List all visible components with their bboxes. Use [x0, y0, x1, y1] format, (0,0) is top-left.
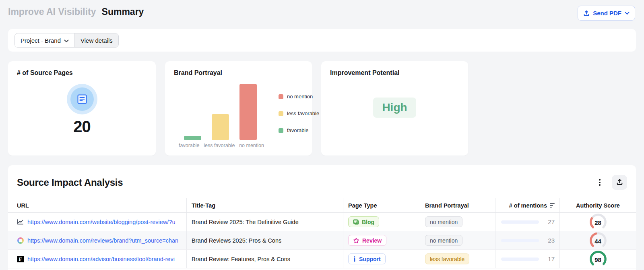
page-type-badge: Review — [348, 235, 386, 246]
legend-label: no mention — [287, 93, 313, 100]
mentions-value: 23 — [548, 237, 555, 244]
table-row: https://www.domain.com/website/blogging/… — [8, 213, 636, 231]
bar-chart-x-labels: favorableless favorableno mention — [179, 143, 264, 148]
bar-no-mention — [239, 84, 257, 140]
improvement-potential-card: Improvement Potential High — [321, 61, 468, 156]
authority-score-value: 28 — [589, 219, 607, 226]
x-tick-label: less favorable — [204, 143, 235, 148]
brand-portrayal-badge: no mention — [425, 235, 462, 246]
authority-score-gauge: 44 — [589, 231, 607, 250]
col-header-authority-score: Authority Score — [559, 198, 636, 212]
authority-score-value: 98 — [589, 256, 607, 263]
page-title: Summary — [102, 6, 144, 17]
legend-label: less favorable — [287, 110, 319, 116]
filter-bar: Project - Brand View details — [8, 29, 636, 52]
authority-score-gauge: 28 — [589, 213, 607, 231]
authority-score-gauge: 98 — [589, 250, 607, 268]
mentions-value: 17 — [548, 255, 555, 262]
page-type-badge: Support — [348, 253, 386, 264]
forbes-f-favicon-icon: F — [17, 255, 24, 262]
mentions-bar — [501, 258, 539, 261]
title-tag-text: Brand Review 2025: The Definitive Guide — [192, 219, 299, 225]
url-link[interactable]: https://www.domain.com/reviews/brand?utm… — [27, 237, 182, 244]
view-details-button[interactable]: View details — [74, 33, 118, 47]
mentions-bar — [501, 239, 539, 242]
legend-label: favorable — [287, 127, 308, 133]
source-pages-title: # of Source Pages — [8, 61, 156, 77]
project-control-group: Project - Brand View details — [14, 33, 119, 48]
improvement-potential-value: High — [373, 98, 416, 118]
bar-chart-legend: no mentionless favorablefavorable — [279, 93, 319, 133]
sort-icon[interactable] — [550, 203, 555, 208]
chevron-down-icon — [64, 37, 69, 44]
col-header-url: URL — [8, 198, 186, 212]
brand-portrayal-badge: no mention — [425, 216, 462, 227]
col-header-title-tag: Title-Tag — [186, 198, 343, 212]
export-icon — [583, 10, 590, 17]
swirl-favicon-icon — [17, 237, 24, 244]
table-header-row: URL Title-Tag Page Type Brand Portrayal … — [8, 198, 636, 213]
bar-favorable — [184, 136, 201, 140]
export-icon — [616, 179, 623, 187]
project-dropdown-value: Project - Brand — [21, 37, 61, 44]
legend-item: less favorable — [279, 110, 319, 116]
send-pdf-label: Send PDF — [593, 10, 621, 17]
document-icon — [67, 84, 97, 114]
breadcrumb: Improve AI Visibility — [8, 6, 96, 17]
bar-less-favorable — [212, 114, 229, 140]
legend-swatch-icon — [279, 111, 283, 116]
source-pages-value: 20 — [73, 118, 91, 136]
project-dropdown[interactable]: Project - Brand — [15, 33, 74, 47]
brand-portrayal-chart: favorableless favorableno mention no men… — [179, 82, 305, 156]
x-tick-label: no mention — [239, 143, 264, 148]
legend-item: no mention — [279, 93, 319, 100]
url-link[interactable]: https://www.domain.com/advisor/business/… — [27, 256, 182, 262]
improvement-potential-title: Improvement Potential — [321, 61, 468, 77]
bar-chart-plot — [179, 84, 262, 140]
col-header-mentions: # of mentions — [495, 198, 559, 212]
title-tag-text: Brand Review: Features, Pros & Cons — [192, 256, 290, 262]
authority-score-value: 44 — [589, 238, 607, 245]
brand-portrayal-card: Brand Portrayal favorableless favorablen… — [165, 61, 312, 156]
chevron-down-icon — [625, 12, 630, 15]
mentions-value: 27 — [548, 218, 555, 225]
table-row: https://www.domain.com/reviews/brand?utm… — [8, 231, 636, 250]
col-header-page-type: Page Type — [343, 198, 420, 212]
brand-portrayal-badge: less favorable — [425, 253, 469, 264]
source-table: URL Title-Tag Page Type Brand Portrayal … — [8, 198, 636, 268]
brand-portrayal-title: Brand Portrayal — [165, 61, 312, 77]
view-details-label: View details — [80, 37, 113, 44]
table-row: F https://www.domain.com/advisor/busines… — [8, 250, 636, 268]
title-tag-text: Brand Reviews 2025: Pros & Cons — [192, 237, 281, 244]
chart-line-favicon-icon — [17, 218, 24, 225]
legend-item: favorable — [279, 127, 319, 133]
legend-swatch-icon — [279, 128, 283, 133]
export-table-button[interactable] — [612, 175, 627, 190]
kebab-menu-icon[interactable] — [595, 178, 605, 187]
source-pages-card: # of Source Pages 20 — [8, 61, 156, 156]
table-title: Source Impact Analysis — [17, 177, 123, 188]
source-impact-analysis-card: Source Impact Analysis URL Title-Tag Pag… — [8, 165, 636, 270]
send-pdf-button[interactable]: Send PDF — [578, 6, 635, 21]
page-header: Improve AI Visibility Summary — [8, 6, 144, 17]
col-header-brand-portrayal: Brand Portrayal — [420, 198, 495, 212]
x-tick-label: favorable — [179, 143, 199, 148]
legend-swatch-icon — [279, 94, 283, 99]
mentions-bar — [501, 220, 539, 224]
url-link[interactable]: https://www.domain.com/website/blogging/… — [27, 219, 182, 225]
page-type-badge: Blog — [348, 216, 379, 227]
